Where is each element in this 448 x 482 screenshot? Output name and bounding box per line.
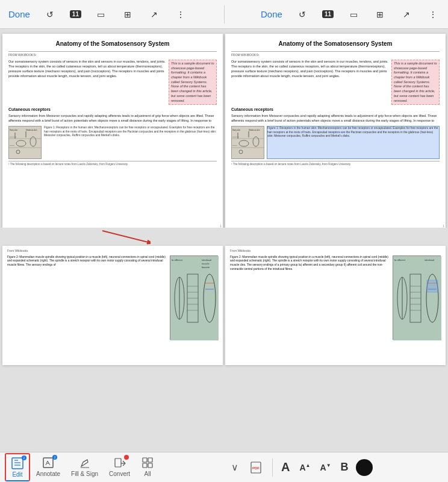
left-figure-area: Hairy skin Glabrous skin Epidermis Dermi… [8,126,217,159]
convert-badge [124,455,129,460]
edit-label: Edit [12,471,22,478]
svg-rect-54 [427,280,438,292]
font-size-large-button[interactable]: A [279,459,292,475]
right-toolbar-divider [272,459,273,477]
bottom-toolbar-left: 2 Edit 2 Annotate [0,453,224,481]
fill-sign-label: Fill & Sign [71,471,98,477]
pdf-icon-button[interactable]: PDF [246,459,266,477]
view-single-left[interactable]: ▭ [91,5,111,23]
right-page-title: Anatomy of the Somatosensory System [231,40,440,48]
svg-text:PDF: PDF [252,466,260,470]
svg-rect-70 [148,463,152,468]
more-button-left[interactable]: ⋮ [170,5,191,23]
down-arrow-icon: ▼ [326,463,331,468]
font-size-decrease-button[interactable]: A▼ [318,462,334,474]
svg-rect-68 [148,458,152,462]
toolbar-left: Done ↺ 11 ▭ ⊞ ↗ ⋮ [5,5,191,23]
more-dots-icon-right: ⋮ [426,8,440,21]
done-button-right[interactable]: Done [257,7,286,22]
left-figure-caption: Figure 1: Receptors in the human skin: M… [44,126,217,159]
more-button-right[interactable]: ⋮ [423,5,443,23]
all-label: All [145,471,151,477]
bottom-right-figure-text: Figure 2: Mammalian muscle spindle showi… [230,255,390,340]
page-count-right[interactable]: 11 [319,8,337,20]
share-button-left[interactable]: ↗ [144,5,164,23]
left-figure-svg: Hairy skin Glabrous skin Epidermis Dermi… [9,127,42,159]
right-figure-image: Hairy skin Glabrous skin Epidermis Dermi… [231,126,264,159]
done-button-left[interactable]: Done [5,7,34,22]
svg-text:Epidermis: Epidermis [232,136,240,138]
convert-icon [113,456,126,469]
view-grid-right[interactable]: ⊞ [370,5,390,23]
svg-rect-0 [9,127,42,159]
pdf-page-left: Anatomy of the Somatosensory System FROM… [2,34,223,223]
left-page-title: Anatomy of the Somatosensory System [8,40,217,48]
single-page-icon-right: ▭ [347,8,360,21]
svg-text:Ia afferent: Ia afferent [394,258,406,261]
svg-text:fascicle: fascicle [202,266,210,269]
main-content: Anatomy of the Somatosensory System FROM… [0,29,448,452]
svg-text:Ia afferent: Ia afferent [172,258,183,261]
more-dots-icon-left: ⋮ [174,8,187,21]
svg-text:Hairy skin: Hairy skin [232,129,241,131]
pdf-page-bottom-right: From Wikibooks Figure 2: Mammalian muscl… [225,246,446,343]
color-picker-button[interactable] [356,459,373,476]
pdf-panel-left: Anatomy of the Somatosensory System FROM… [2,34,223,228]
pdf-panel-bottom-left: From Wikibooks Figure 2: Mammalian muscl… [2,246,223,365]
bottom-left-figure-text: Figure 2: Mammalian muscle spindle showi… [7,255,167,340]
edit-badge: 2 [22,455,26,460]
arrow-svg [30,228,151,246]
view-grid-left[interactable]: ⊞ [117,5,138,23]
annotate-badge: 2 [52,455,57,460]
share-button-right[interactable]: ↗ [396,5,417,23]
pdf-icon: PDF [249,461,263,474]
tab-edit[interactable]: 2 Edit [5,453,30,481]
share-icon-right: ↗ [400,8,413,21]
svg-rect-67 [143,458,147,462]
svg-rect-69 [143,463,147,468]
svg-text:Dermis: Dermis [232,145,238,146]
fill-sign-svg [78,456,92,469]
font-a-up-text: A [299,463,305,472]
svg-text:Epidermis: Epidermis [10,136,17,138]
tab-convert[interactable]: Convert [104,454,135,481]
font-size-increase-button[interactable]: A▲ [297,462,313,474]
bottom-left-svg: Ia afferent intrafusal muscle fascicle [170,256,219,340]
svg-rect-57 [12,458,23,469]
left-figure-image: Hairy skin Glabrous skin Epidermis Dermi… [8,126,42,159]
page-badge-right: 11 [322,10,334,18]
edit-icon: 2 [11,457,24,470]
undo-button-right[interactable]: ↺ [292,5,313,23]
toolbar-center-divider [224,5,225,23]
svg-text:intrafusal: intrafusal [202,258,211,261]
svg-rect-61 [43,458,53,468]
svg-line-63 [83,460,87,462]
undo-button-left[interactable]: ↺ [40,5,60,23]
svg-text:muscle: muscle [202,262,210,265]
right-section-title: Cutaneous receptors [231,107,440,113]
pdf-page-right: Anatomy of the Somatosensory System FROM… [225,34,446,223]
bottom-right-svg: Ia afferent intrafusal [393,256,441,340]
chevron-down-button[interactable]: ∨ [229,462,241,473]
bottom-right-figure-area: Figure 2: Mammalian muscle spindle showi… [230,255,441,340]
fill-sign-icon [78,456,92,469]
top-toolbar: Done ↺ 11 ▭ ⊞ ↗ ⋮ Done ↺ 11 ▭ [0,0,448,29]
pdf-panel-right: Anatomy of the Somatosensory System FROM… [225,34,446,228]
tab-annotate[interactable]: 2 Annotate [31,454,65,481]
tab-fill-sign[interactable]: Fill & Sign [66,454,103,481]
svg-text:Dermis: Dermis [10,145,15,146]
convert-label: Convert [109,471,130,477]
left-body-text: Our somatosensory system consists of sen… [8,60,166,102]
svg-text:Hairy skin: Hairy skin [10,129,18,131]
right-page-source: FROM WIKIBOOKS¹ [231,51,440,57]
grid-icon-right: ⊞ [373,8,387,21]
left-section-text: Sensory information from Meissner corpus… [8,114,217,124]
pdf-page-bottom-left: From Wikibooks Figure 2: Mammalian muscl… [2,246,223,343]
tab-all[interactable]: All [136,454,159,481]
view-single-right[interactable]: ▭ [343,5,364,23]
undo-icon-right: ↺ [296,8,309,21]
right-figure-caption-selected: Figure 1: Receptors in the human skin: M… [267,126,440,159]
bold-button[interactable]: B [338,460,351,475]
left-page-source: FROM WIKIBOOKS¹ [8,51,217,57]
page-count-left[interactable]: 11 [66,8,85,20]
